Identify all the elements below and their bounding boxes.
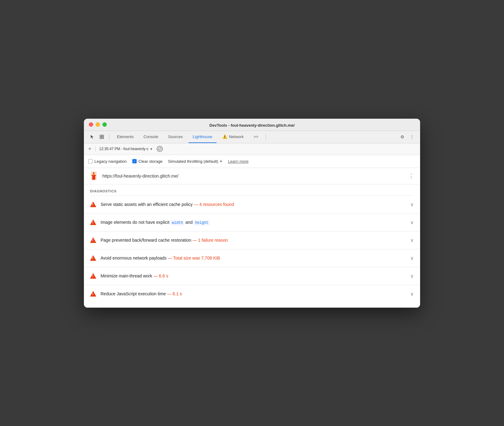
audit-code-height: height <box>194 220 209 225</box>
audit-row-bfcache[interactable]: Page prevented back/forward cache restor… <box>84 231 420 249</box>
expand-icon-2[interactable]: ∨ <box>410 219 414 225</box>
audit-detail-bfcache: — 1 failure reason <box>192 238 228 243</box>
warning-triangle-icon-3 <box>90 237 96 243</box>
expand-icon-1[interactable]: ∨ <box>410 202 414 207</box>
url-selector[interactable]: 12:35:47 PM - foul-heavenly-c ▼ <box>99 147 153 151</box>
audit-code-width: width <box>171 220 184 225</box>
audit-text-main-thread: Minimize main-thread work — 6.6 s <box>101 273 406 279</box>
svg-rect-3 <box>102 137 104 139</box>
lighthouse-url: https://foul-heavenly-direction.glitch.m… <box>102 174 403 178</box>
clear-storage-checkbox[interactable] <box>132 159 137 163</box>
options-bar: Legacy navigation Clear storage Simulate… <box>84 155 420 168</box>
legacy-navigation-label[interactable]: Legacy navigation <box>88 159 127 164</box>
svg-rect-0 <box>100 135 101 137</box>
audit-row-network-payloads[interactable]: Avoid enormous network payloads — Total … <box>84 249 420 267</box>
tab-lighthouse[interactable]: Lighthouse <box>188 131 217 143</box>
audit-row-main-thread[interactable]: Minimize main-thread work — 6.6 s ∨ <box>84 267 420 285</box>
block-requests-icon[interactable] <box>157 146 163 152</box>
tab-console[interactable]: Console <box>139 131 163 143</box>
expand-icon-4[interactable]: ∨ <box>410 255 414 261</box>
devtools-window: DevTools - foul-heavenly-direction.glitc… <box>84 119 420 308</box>
diagnostics-header: DIAGNOSTICS <box>84 184 420 195</box>
secondary-toolbar: + 12:35:47 PM - foul-heavenly-c ▼ <box>84 143 420 155</box>
svg-rect-1 <box>102 135 104 137</box>
network-warning-icon: ⚠️ <box>222 134 227 139</box>
audit-text-js-execution: Reduce JavaScript execution time — 6.1 s <box>101 291 406 297</box>
main-content: DIAGNOSTICS Serve static assets with an … <box>84 184 420 303</box>
svg-rect-10 <box>93 172 94 174</box>
audit-text-image-dimensions: Image elements do not have explicit widt… <box>101 219 406 226</box>
audit-row-image-dimensions[interactable]: Image elements do not have explicit widt… <box>84 214 420 231</box>
inspect-icon[interactable] <box>97 133 106 141</box>
audit-text-bfcache: Page prevented back/forward cache restor… <box>101 237 406 244</box>
maximize-button[interactable] <box>102 122 107 127</box>
audit-row-cache-policy[interactable]: Serve static assets with an efficient ca… <box>84 196 420 214</box>
throttle-dropdown-arrow: ▼ <box>219 160 222 163</box>
audit-detail-cache-policy: — 4 resources found <box>194 202 234 207</box>
expand-icon-3[interactable]: ∨ <box>410 237 414 243</box>
warning-triangle-icon-2 <box>90 219 96 225</box>
audit-row-js-execution[interactable]: Reduce JavaScript execution time — 6.1 s… <box>84 285 420 303</box>
tab-elements[interactable]: Elements <box>113 131 138 143</box>
traffic-lights <box>89 122 107 127</box>
more-options-icon[interactable]: ⋮ <box>408 133 416 141</box>
toolbar-divider-2 <box>266 133 266 140</box>
tab-sources[interactable]: Sources <box>164 131 187 143</box>
audit-detail-js-execution: — 6.1 s <box>167 291 182 296</box>
audit-text-cache-policy: Serve static assets with an efficient ca… <box>101 201 406 208</box>
sec-divider <box>95 146 96 152</box>
audit-detail-main-thread: — 6.6 s <box>153 273 168 278</box>
title-bar: DevTools - foul-heavenly-direction.glitc… <box>84 119 420 131</box>
legacy-navigation-checkbox[interactable] <box>88 159 93 163</box>
warning-triangle-icon-1 <box>90 201 96 207</box>
lighthouse-url-bar: https://foul-heavenly-direction.glitch.m… <box>84 168 420 184</box>
minimize-button[interactable] <box>96 122 100 127</box>
tab-network[interactable]: ⚠️ Network <box>218 131 248 143</box>
toolbar-settings-group: ⚙ ⋮ <box>398 133 416 141</box>
svg-rect-2 <box>100 137 101 139</box>
settings-icon[interactable]: ⚙ <box>398 133 407 141</box>
lighthouse-logo <box>89 171 99 181</box>
clear-storage-label[interactable]: Clear storage <box>132 159 163 164</box>
svg-line-5 <box>159 148 161 150</box>
learn-more-link[interactable]: Learn more <box>228 159 248 164</box>
url-more-options-icon[interactable]: ⋮ <box>407 172 415 180</box>
window-bottom <box>84 303 420 308</box>
audit-detail-network-payloads: — Total size was 7,708 KiB <box>168 256 220 260</box>
warning-triangle-icon-5 <box>90 273 96 279</box>
devtools-toolbar: Elements Console Sources Lighthouse ⚠️ N… <box>84 131 420 143</box>
expand-icon-6[interactable]: ∨ <box>410 291 414 297</box>
toolbar-divider-1 <box>109 133 109 140</box>
close-button[interactable] <box>89 122 93 127</box>
cursor-icon[interactable] <box>88 133 96 141</box>
svg-rect-7 <box>92 175 95 180</box>
warning-triangle-icon-6 <box>90 291 96 297</box>
warning-triangle-icon-4 <box>90 255 96 261</box>
expand-icon-5[interactable]: ∨ <box>410 273 414 279</box>
network-tab-content: ⚠️ Network <box>222 134 244 139</box>
throttle-selector[interactable]: Simulated throttling (default) ▼ <box>168 159 223 164</box>
tab-more[interactable]: >> <box>249 131 262 143</box>
window-title: DevTools - foul-heavenly-direction.glitc… <box>209 123 295 128</box>
audit-text-network-payloads: Avoid enormous network payloads — Total … <box>101 255 406 261</box>
add-tab-button[interactable]: + <box>88 146 92 152</box>
